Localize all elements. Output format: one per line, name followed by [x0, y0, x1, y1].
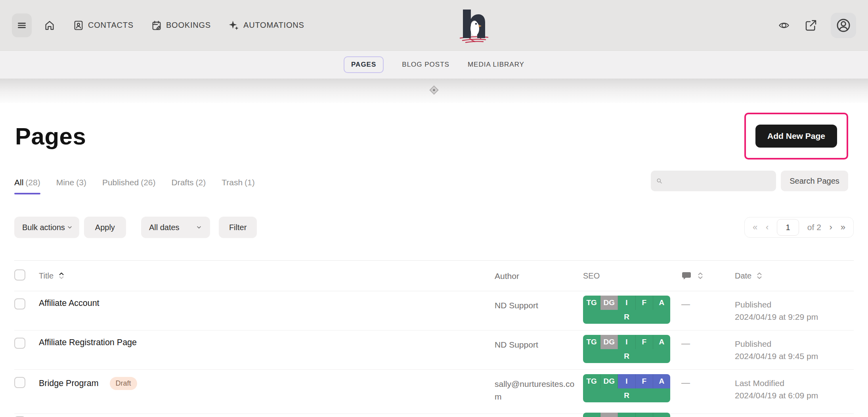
apply-button[interactable]: Apply — [84, 217, 126, 238]
menu-button[interactable] — [12, 13, 32, 37]
first-page-button[interactable]: « — [753, 223, 757, 232]
seo-segment-dg: DG — [600, 296, 618, 310]
seo-segment-tg: TG — [583, 374, 600, 388]
filter-button[interactable]: Filter — [219, 217, 257, 238]
seo-score-badge: TGDGIFA R — [583, 335, 670, 363]
table-header-row: Title Author SEO Date — [14, 260, 854, 291]
date-status: Published — [735, 298, 854, 311]
nav-bookings-label: BOOKINGS — [166, 21, 211, 30]
seo-segment — [583, 413, 600, 417]
column-header-author[interactable]: Author — [495, 269, 583, 282]
filter-controls-row: All(28) Mine(3) Published(26) Drafts(2) … — [14, 166, 854, 194]
comments-count: — — [681, 298, 690, 309]
eye-icon — [777, 20, 791, 31]
seo-segment-a: A — [653, 335, 670, 349]
home-button[interactable] — [44, 19, 55, 31]
current-page-field[interactable]: 1 — [777, 219, 799, 236]
column-header-date[interactable]: Date — [735, 271, 751, 281]
search-field[interactable] — [665, 177, 770, 186]
column-header-seo[interactable]: SEO — [583, 271, 681, 281]
column-header-title[interactable]: Title — [39, 271, 54, 281]
search-pages-button[interactable]: Search Pages — [781, 171, 848, 191]
home-icon — [44, 19, 55, 31]
row-checkbox[interactable] — [14, 377, 25, 388]
comments-count: — — [681, 377, 690, 388]
tab-media-library[interactable]: MEDIA LIBRARY — [468, 61, 524, 69]
select-all-checkbox[interactable] — [14, 269, 25, 281]
preview-button[interactable] — [777, 20, 791, 31]
page-title-link[interactable]: Affiliate Registration Page — [39, 338, 137, 348]
seo-segment-f: F — [636, 335, 653, 349]
bookings-icon — [151, 20, 162, 31]
add-new-page-button[interactable]: Add New Page — [755, 125, 837, 148]
seo-segment-a: A — [653, 374, 670, 388]
seo-segment — [636, 413, 653, 417]
tab-trash[interactable]: Trash(1) — [222, 178, 255, 187]
seo-segment-tg: TG — [583, 296, 600, 310]
tab-drafts[interactable]: Drafts(2) — [172, 178, 206, 187]
logo-bird-icon — [458, 8, 490, 46]
seo-segment-tg: TG — [583, 335, 600, 349]
tab-pages[interactable]: PAGES — [344, 56, 384, 73]
last-page-button[interactable]: » — [841, 223, 845, 232]
nav-contacts-label: CONTACTS — [88, 21, 134, 30]
brand-logo[interactable] — [458, 8, 490, 46]
table-toolbar: Bulk actions Apply All dates Filter « ‹ … — [14, 217, 854, 238]
tab-blog-posts[interactable]: BLOG POSTS — [402, 61, 449, 69]
chevron-down-icon — [67, 224, 73, 231]
external-link-icon — [805, 19, 817, 32]
seo-segment-f: F — [636, 296, 653, 310]
bulk-actions-select[interactable]: Bulk actions — [14, 217, 79, 238]
sort-icon[interactable] — [58, 271, 65, 281]
table-row: Affiliate Account ND Support TGDGIFA R —… — [14, 291, 854, 331]
seo-segment-r: R — [583, 349, 670, 363]
seo-score-badge — [583, 413, 670, 417]
pages-table: Title Author SEO Date — [14, 260, 854, 417]
tab-all[interactable]: All(28) — [14, 178, 40, 187]
nav-contacts[interactable]: CONTACTS — [73, 20, 134, 31]
seo-segment — [653, 413, 670, 417]
seo-segment-a: A — [653, 296, 670, 310]
search-input[interactable] — [651, 171, 776, 191]
author-cell: ND Support — [495, 338, 583, 351]
sort-icon[interactable] — [697, 271, 704, 281]
status-badge: Draft — [110, 377, 137, 390]
row-checkbox[interactable] — [14, 298, 25, 309]
prev-page-button[interactable]: ‹ — [766, 223, 769, 232]
date-status: Published — [735, 338, 854, 350]
header-shadow-band — [0, 79, 868, 103]
open-site-button[interactable] — [805, 19, 817, 32]
seo-segment — [618, 413, 635, 417]
annotation-highlight-box: Add New Page — [744, 113, 848, 159]
page-title: Pages — [15, 125, 86, 148]
nav-automations[interactable]: AUTOMATIONS — [228, 20, 304, 31]
seo-segment-i: I — [618, 335, 635, 349]
page-count-label: of 2 — [807, 223, 821, 232]
app-root: CONTACTS BOOKINGS AUTOMATIONS — [0, 0, 868, 417]
sort-icon[interactable] — [756, 271, 763, 281]
seo-score-badge: TGDGIFA R — [583, 296, 670, 324]
nav-bookings[interactable]: BOOKINGS — [151, 20, 211, 31]
tab-mine[interactable]: Mine(3) — [56, 178, 86, 187]
hamburger-icon — [17, 20, 27, 31]
pagination: « ‹ 1 of 2 › » — [744, 217, 854, 238]
table-row: Affiliate Registration Page ND Support T… — [14, 331, 854, 370]
tab-published[interactable]: Published(26) — [102, 178, 156, 187]
page-title-link[interactable]: Bridge Program — [39, 379, 99, 388]
seo-segment-r: R — [583, 388, 670, 402]
date-value: 2024/04/19 at 9:29 pm — [735, 311, 854, 323]
all-dates-select[interactable]: All dates — [141, 217, 210, 238]
seo-segment-dg: DG — [600, 374, 618, 388]
diamond-handle-icon[interactable] — [430, 86, 439, 95]
search-icon — [656, 177, 662, 185]
row-checkbox[interactable] — [14, 338, 25, 349]
author-cell: ND Support — [495, 298, 583, 312]
topbar-actions — [777, 13, 856, 38]
account-button[interactable] — [831, 13, 856, 38]
page-title-link[interactable]: Affiliate Account — [39, 298, 99, 308]
nav-automations-label: AUTOMATIONS — [243, 21, 304, 30]
next-page-button[interactable]: › — [830, 223, 832, 232]
seo-segment-i: I — [618, 374, 635, 388]
date-value: 2024/04/19 at 9:45 pm — [735, 350, 854, 362]
search-group: Search Pages — [651, 171, 848, 191]
